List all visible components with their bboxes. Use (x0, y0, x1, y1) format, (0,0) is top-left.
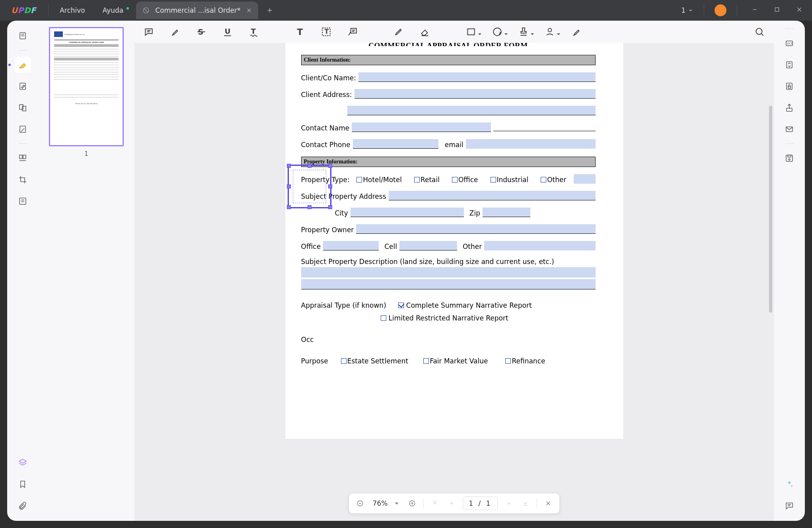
convert-button[interactable] (781, 57, 797, 73)
ocr-button[interactable]: OCR (781, 35, 797, 51)
convert-icon (785, 60, 794, 70)
menu-help[interactable]: Ayuda (94, 6, 132, 14)
tool-stamp-button[interactable] (516, 25, 531, 39)
window-counter[interactable]: 1 (681, 6, 693, 14)
svg-text:T: T (325, 28, 329, 35)
selected-shape[interactable] (288, 165, 331, 208)
checkbox-appraisal-complete[interactable]: Complete Summary Narrative Report (398, 301, 532, 309)
field-email[interactable] (466, 139, 596, 149)
zoom-out-button[interactable] (354, 498, 366, 509)
tool-shape-button[interactable] (464, 25, 478, 39)
email-button[interactable] (781, 121, 797, 137)
redact-icon (18, 124, 27, 134)
menu-file[interactable]: Archivo (51, 6, 94, 14)
field-subject-desc-2[interactable] (301, 279, 596, 289)
checkbox-other-type[interactable]: Other (541, 176, 566, 184)
share-button[interactable] (781, 100, 797, 116)
checkbox-purpose-estate[interactable]: Estate Settlement (341, 357, 408, 365)
field-other-phone[interactable] (484, 241, 595, 250)
tool-eraser-button[interactable] (418, 25, 432, 39)
nav-pagetools-button[interactable] (15, 150, 31, 166)
document-canvas[interactable]: COMMERCIAL APPRAISAL ORDER FORM Client I… (134, 43, 774, 521)
window-maximize-button[interactable] (770, 4, 784, 17)
tool-sticker-button[interactable] (490, 25, 504, 39)
new-tab-button[interactable] (263, 4, 277, 17)
tool-callout-button[interactable] (345, 25, 360, 39)
nav-organize-button[interactable] (15, 100, 31, 116)
field-client-address-2[interactable] (347, 106, 596, 115)
nav-tools-button[interactable] (15, 121, 31, 137)
checkbox-hotel[interactable]: Hotel/Motel (356, 176, 402, 184)
checkbox-industrial[interactable]: Industrial (491, 176, 529, 184)
nav-comment-button[interactable] (15, 57, 31, 73)
svg-rect-59 (788, 155, 791, 157)
label-client-name: Client/Co Name: (301, 74, 356, 82)
checkbox-retail[interactable]: Retail (414, 176, 440, 184)
nav-crop-button[interactable] (15, 172, 31, 188)
checkbox-appraisal-limited[interactable]: Limited Restricted Narrative Report (381, 314, 508, 322)
save-button[interactable] (781, 150, 797, 166)
scrollbar-thumb[interactable] (769, 106, 772, 313)
tool-underline-button[interactable]: U (220, 25, 235, 39)
checkbox-purpose-fmv[interactable]: Fair Market Value (423, 357, 488, 365)
field-contact-name[interactable] (352, 122, 491, 132)
nav-edit-button[interactable] (15, 78, 31, 94)
nav-reader-button[interactable] (15, 28, 31, 44)
first-page-button[interactable] (429, 498, 440, 509)
tool-textbox-button[interactable]: T (319, 25, 333, 39)
field-zip[interactable] (483, 208, 530, 217)
user-avatar[interactable] (715, 4, 726, 16)
close-pagebar-button[interactable] (543, 498, 554, 509)
tool-search-button[interactable] (752, 25, 767, 39)
checkbox-office[interactable]: Office (452, 176, 478, 184)
svg-marker-21 (19, 459, 26, 463)
tool-more-button[interactable] (569, 25, 583, 39)
tool-comment-button[interactable] (142, 25, 156, 39)
comment-panel-button[interactable] (781, 498, 797, 514)
field-subject-address[interactable] (389, 191, 596, 200)
field-contact-phone[interactable] (353, 139, 438, 149)
window-minimize-button[interactable] (748, 4, 762, 17)
maximize-icon (774, 6, 780, 13)
last-page-button[interactable] (520, 498, 531, 509)
window-close-button[interactable] (792, 4, 806, 17)
svg-text:U: U (224, 27, 230, 35)
field-client-name[interactable] (358, 72, 596, 82)
zoom-dropdown-button[interactable] (395, 503, 399, 507)
nav-bookmark-button[interactable] (15, 476, 31, 492)
right-rail: OCR (774, 21, 805, 521)
field-subject-desc-1[interactable] (301, 267, 596, 278)
next-page-button[interactable] (503, 498, 514, 509)
tool-highlight-button[interactable] (168, 25, 182, 39)
zoom-out-icon (356, 500, 364, 507)
field-client-address[interactable] (354, 89, 596, 99)
field-owner[interactable] (356, 224, 595, 234)
book-icon (18, 31, 27, 41)
tool-squiggly-button[interactable]: T (247, 25, 261, 39)
protect-button[interactable] (781, 78, 797, 94)
field-cell-phone[interactable] (399, 241, 457, 250)
tool-strikethrough-button[interactable]: S (194, 25, 208, 39)
field-other-type[interactable] (574, 174, 596, 184)
tool-text-button[interactable]: T (293, 25, 307, 39)
nav-attachment-button[interactable] (15, 498, 31, 514)
thumbnail-page-number: 1 (84, 150, 88, 157)
nav-layers-button[interactable] (15, 455, 31, 471)
field-office-phone[interactable] (323, 241, 379, 250)
prev-page-button[interactable] (446, 498, 457, 509)
field-city[interactable] (351, 208, 464, 217)
thumbnail-panel: All Appraisal Services, Inc COMMERCIAL A… (38, 21, 134, 521)
close-tab-icon[interactable] (246, 8, 252, 13)
page-indicator[interactable]: 1 / 1 (463, 497, 498, 510)
tool-pencil-button[interactable] (391, 25, 406, 39)
zoom-in-button[interactable] (407, 498, 418, 509)
textbox-icon: T (321, 27, 331, 37)
page-thumbnail-1[interactable]: All Appraisal Services, Inc COMMERCIAL A… (49, 27, 124, 146)
document-tab[interactable]: Commercial ...isal Order* (136, 2, 258, 19)
nav-form-button[interactable] (15, 193, 31, 209)
bookmark-icon (18, 479, 27, 489)
tool-signature-button[interactable] (543, 25, 557, 39)
svg-point-60 (789, 159, 790, 160)
checkbox-purpose-refi[interactable]: Refinance (505, 357, 545, 365)
ai-assistant-button[interactable] (781, 476, 797, 492)
